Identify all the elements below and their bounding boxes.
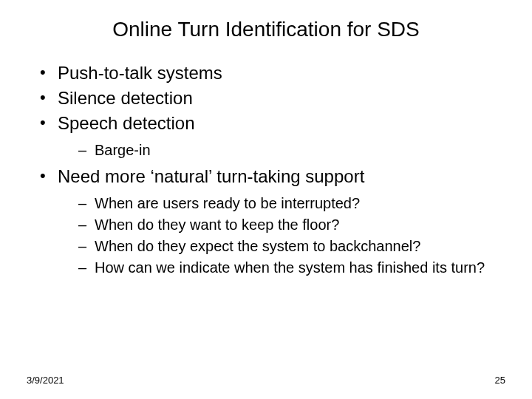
- sub-bullet-item: How can we indicate when the system has …: [78, 258, 505, 277]
- bullet-item: Need more ‘natural’ turn-taking support …: [40, 166, 505, 277]
- sub-bullet-item: When do they want to keep the floor?: [78, 215, 505, 234]
- sub-bullet-item: Barge-in: [78, 140, 505, 160]
- footer-page-number: 25: [495, 375, 505, 386]
- bullet-text: Speech detection: [58, 113, 194, 133]
- sub-bullet-list: When are users ready to be interrupted? …: [78, 194, 505, 277]
- bullet-list: Push-to-talk systems Silence detection S…: [40, 62, 505, 277]
- sub-bullet-item: When are users ready to be interrupted?: [78, 194, 505, 213]
- slide-footer: 3/9/2021 25: [27, 375, 505, 386]
- sub-bullet-item: When do they expect the system to backch…: [78, 236, 505, 256]
- bullet-item: Speech detection Barge-in: [40, 112, 505, 160]
- bullet-item: Push-to-talk systems: [40, 62, 505, 84]
- bullet-item: Silence detection: [40, 87, 505, 109]
- sub-bullet-list: Barge-in: [78, 140, 505, 160]
- bullet-text: Need more ‘natural’ turn-taking support: [58, 166, 364, 186]
- footer-date: 3/9/2021: [27, 375, 64, 386]
- slide: Online Turn Identification for SDS Push-…: [0, 0, 532, 399]
- slide-title: Online Turn Identification for SDS: [27, 18, 505, 41]
